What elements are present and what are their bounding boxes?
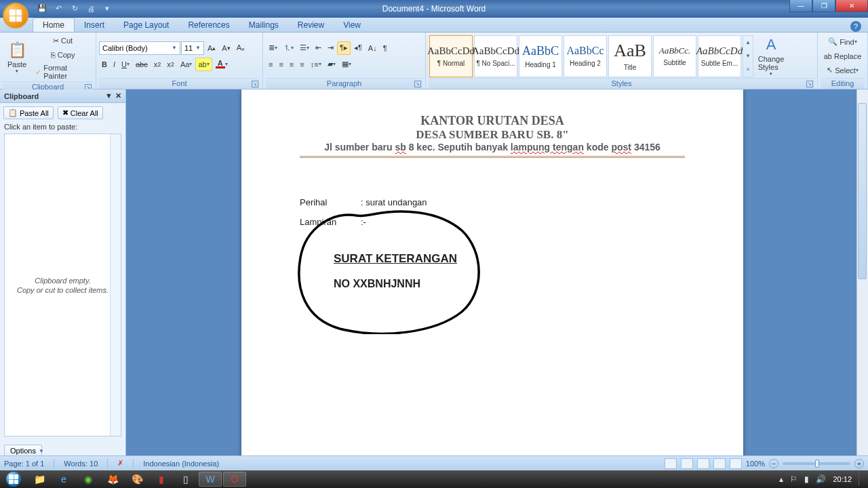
style-item[interactable]: AaBbCcDdSubtle Em... — [698, 35, 741, 77]
rtl-button[interactable]: ◂¶ — [351, 41, 365, 55]
zoom-level[interactable]: 100% — [746, 460, 765, 468]
zoom-out-button[interactable]: − — [769, 459, 778, 468]
vertical-scrollbar[interactable] — [856, 89, 868, 470]
bold-button[interactable]: B — [99, 58, 110, 71]
tray-flag-icon[interactable]: ⚐ — [790, 474, 797, 484]
change-case-button[interactable]: Aa▾ — [178, 58, 195, 71]
status-language[interactable]: Indonesian (Indonesia) — [143, 460, 219, 468]
bullets-button[interactable]: ≣▾ — [266, 41, 280, 55]
tab-references[interactable]: References — [178, 18, 239, 32]
multilevel-button[interactable]: ☰▾ — [297, 41, 312, 55]
line-spacing-button[interactable]: ↕≡▾ — [308, 58, 324, 71]
tab-page-layout[interactable]: Page Layout — [114, 18, 178, 32]
ltr-button[interactable]: ¶▸ — [337, 41, 351, 55]
font-name-combo[interactable]: Calibri (Body)▼ — [99, 41, 180, 55]
zoom-slider[interactable] — [783, 462, 850, 465]
font-color-button[interactable]: A▾ — [213, 58, 231, 71]
start-button[interactable] — [0, 470, 27, 488]
numbering-button[interactable]: ⒈▾ — [281, 41, 296, 55]
clear-all-button[interactable]: ✖Clear All — [58, 106, 103, 119]
strikethrough-button[interactable]: abc — [133, 58, 151, 71]
print-icon[interactable]: 🖨 — [85, 3, 96, 14]
tab-mailings[interactable]: Mailings — [239, 18, 288, 32]
style-item[interactable]: AaBTitle — [608, 35, 652, 77]
paste-button[interactable]: 📋Paste▾ — [3, 37, 31, 79]
status-words[interactable]: Words: 10 — [64, 460, 98, 468]
increase-indent-button[interactable]: ⇥ — [325, 41, 336, 55]
copy-button[interactable]: ⎘ Copy — [33, 48, 93, 62]
tab-view[interactable]: View — [334, 18, 370, 32]
subscript-button[interactable]: x2 — [151, 58, 164, 71]
grow-font-button[interactable]: A▴ — [205, 41, 218, 55]
change-styles-button[interactable]: AChangeStyles▾ — [753, 35, 789, 77]
clipboard-scrollbar[interactable] — [110, 134, 121, 436]
styles-launcher-icon[interactable]: ↘ — [806, 81, 813, 87]
taskbar-ie-icon[interactable]: e — [52, 472, 75, 487]
cut-button[interactable]: ✂ Cut — [33, 34, 93, 47]
tab-review[interactable]: Review — [288, 18, 334, 32]
styles-more-button[interactable]: ▲▼≡ — [743, 35, 753, 77]
shape-textbox[interactable]: SURAT KETERANGAN NO XXBNHJNNH — [334, 252, 457, 290]
shading-button[interactable]: ▰▾ — [325, 58, 338, 71]
help-icon[interactable]: ? — [850, 21, 861, 32]
document-page[interactable]: KANTOR URUTAN DESA DESA SUMBER BARU SB. … — [241, 89, 743, 470]
align-right-button[interactable]: ≡ — [287, 58, 296, 71]
paste-all-button[interactable]: 📋Paste All — [3, 106, 54, 119]
borders-button[interactable]: ▦▾ — [339, 58, 354, 71]
taskbar-opera-icon[interactable]: O — [223, 472, 246, 487]
superscript-button[interactable]: x2 — [164, 58, 177, 71]
style-item[interactable]: AaBbCcDd¶ Normal — [429, 35, 473, 77]
tab-home[interactable]: Home — [33, 18, 75, 32]
pane-close-icon[interactable]: ✕ — [115, 92, 121, 100]
view-print-layout-button[interactable] — [665, 458, 677, 469]
taskbar-word-icon[interactable]: W — [199, 472, 222, 487]
view-web-button[interactable] — [697, 458, 709, 469]
select-button[interactable]: ↖ Select▾ — [821, 64, 865, 77]
taskbar-notepad-icon[interactable]: ▯ — [174, 472, 197, 487]
view-fullscreen-button[interactable] — [681, 458, 693, 469]
maximize-button[interactable]: ❐ — [812, 0, 835, 12]
qat-customize-icon[interactable]: ▾ — [102, 3, 113, 14]
minimize-button[interactable]: — — [789, 0, 812, 12]
tray-up-icon[interactable]: ▴ — [779, 474, 783, 484]
underline-button[interactable]: U▾ — [119, 58, 132, 71]
redo-icon[interactable]: ↻ — [69, 3, 80, 14]
style-item[interactable]: AaBbCcHeading 2 — [564, 35, 607, 77]
save-icon[interactable]: 💾 — [37, 3, 47, 14]
shrink-font-button[interactable]: A▾ — [219, 41, 233, 55]
taskbar-app2-icon[interactable]: ▮ — [150, 472, 173, 487]
highlight-button[interactable]: ab▾ — [195, 58, 212, 71]
scrollbar-thumb[interactable] — [858, 103, 867, 279]
font-size-combo[interactable]: 11▼ — [181, 41, 204, 55]
tab-insert[interactable]: Insert — [75, 18, 114, 32]
tray-network-icon[interactable]: ▮ — [804, 474, 809, 484]
pane-menu-icon[interactable]: ▼ — [105, 92, 113, 100]
show-marks-button[interactable]: ¶ — [380, 41, 390, 55]
undo-icon[interactable]: ↶ — [53, 3, 64, 14]
style-item[interactable]: AaBbCHeading 1 — [519, 35, 562, 77]
justify-button[interactable]: ≡ — [297, 58, 307, 71]
status-page[interactable]: Page: 1 of 1 — [4, 460, 44, 468]
view-outline-button[interactable] — [713, 458, 726, 469]
view-draft-button[interactable] — [730, 458, 742, 469]
zoom-in-button[interactable]: + — [854, 459, 864, 468]
style-item[interactable]: AaBbCcDd¶ No Spaci... — [474, 35, 517, 77]
format-painter-button[interactable]: ✓ Format Painter — [33, 62, 93, 81]
taskbar-explorer-icon[interactable]: 📁 — [28, 472, 51, 487]
zoom-slider-thumb[interactable] — [815, 460, 819, 468]
style-item[interactable]: AaBbCc.Subtitle — [653, 35, 696, 77]
decrease-indent-button[interactable]: ⇤ — [313, 41, 324, 55]
tray-clock[interactable]: 20:12 — [833, 475, 852, 483]
tray-volume-icon[interactable]: 🔊 — [816, 474, 826, 484]
paragraph-launcher-icon[interactable]: ↘ — [414, 81, 421, 87]
sort-button[interactable]: A↓ — [366, 41, 380, 55]
italic-button[interactable]: I — [111, 58, 118, 71]
close-button[interactable]: ✕ — [835, 0, 868, 12]
clear-formatting-button[interactable]: Aₐ — [234, 41, 247, 55]
font-launcher-icon[interactable]: ↘ — [252, 81, 258, 87]
proofing-icon[interactable]: ✗ — [117, 459, 123, 468]
taskbar-firefox-icon[interactable]: 🦊 — [101, 472, 124, 487]
show-desktop-button[interactable] — [859, 472, 864, 486]
replace-button[interactable]: ab Replace — [821, 49, 865, 63]
align-left-button[interactable]: ≡ — [266, 58, 275, 71]
